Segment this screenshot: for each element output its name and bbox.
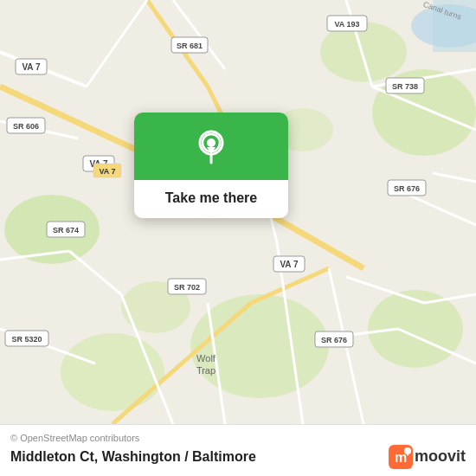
svg-text:SR 676: SR 676 (394, 184, 420, 193)
popup-green-top (134, 113, 288, 180)
location-row: Middleton Ct, Washington / Baltimore m m… (10, 445, 466, 469)
map-container: VA 7 SR 681 VA 193 SR 738 SR 606 VA 7 SR… (0, 0, 476, 424)
location-pin-icon (193, 128, 229, 164)
svg-text:SR 674: SR 674 (53, 226, 79, 235)
bottom-bar: © OpenStreetMap contributors Middleton C… (0, 424, 476, 476)
svg-text:VA 7: VA 7 (22, 62, 41, 72)
moovit-logo: m moovit (389, 445, 466, 469)
take-me-there-button[interactable]: Take me there (143, 190, 280, 206)
svg-text:VA 7: VA 7 (280, 260, 299, 269)
svg-text:Wolf: Wolf (196, 353, 216, 363)
moovit-brand-icon: m (389, 445, 413, 469)
svg-text:Trap: Trap (196, 365, 215, 376)
svg-text:VA 7: VA 7 (99, 167, 115, 176)
attribution-text: © OpenStreetMap contributors (10, 433, 466, 443)
svg-point-71 (208, 139, 215, 146)
svg-text:SR 681: SR 681 (177, 42, 203, 50)
popup-pointer (203, 217, 220, 218)
svg-point-4 (190, 294, 329, 398)
popup-button-area[interactable]: Take me there (134, 180, 288, 218)
svg-text:SR 5320: SR 5320 (11, 335, 42, 344)
svg-text:SR 702: SR 702 (174, 283, 200, 292)
svg-point-5 (61, 333, 164, 411)
svg-text:VA 193: VA 193 (334, 20, 359, 29)
svg-text:SR 606: SR 606 (13, 122, 39, 131)
svg-text:SR 738: SR 738 (392, 82, 418, 91)
location-name: Middleton Ct, Washington / Baltimore (10, 449, 256, 465)
svg-text:SR 676: SR 676 (321, 336, 347, 344)
moovit-brand-text: moovit (415, 447, 466, 466)
popup-card: Take me there (134, 113, 288, 218)
svg-point-6 (368, 290, 463, 368)
